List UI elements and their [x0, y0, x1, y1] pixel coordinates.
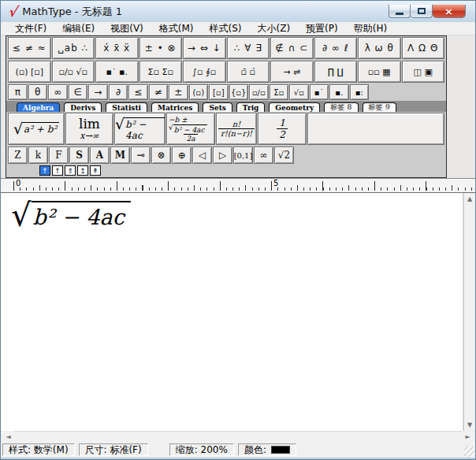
- horizontal-scrollbar[interactable]: ◄ ►: [1, 431, 475, 442]
- template-subsuperscript-button[interactable]: ▪:: [350, 84, 370, 100]
- greek-lowercase-palette[interactable]: λ ω θ: [358, 37, 401, 59]
- status-zoom-panel[interactable]: 缩放: 200%: [169, 443, 234, 456]
- symbol-fraktur-A-button[interactable]: A: [90, 147, 110, 164]
- status-size-panel[interactable]: 尺寸: 标准(F): [79, 443, 148, 456]
- color-swatch[interactable]: [271, 446, 290, 454]
- tab-matrices[interactable]: Matrices: [151, 102, 199, 112]
- symbol-theta-button[interactable]: θ: [28, 84, 48, 100]
- scroll-left-icon[interactable]: ◄: [2, 431, 14, 443]
- spaces-ellipses-palette[interactable]: ␣ab ∴: [52, 37, 95, 59]
- template-sqrt-a2-plus-b2-button[interactable]: √a² + b²: [8, 113, 65, 145]
- insert-arrow-button-2[interactable]: ↑: [52, 165, 63, 176]
- equation-canvas[interactable]: √b² − 4ac: [1, 193, 463, 431]
- tab-label-9[interactable]: 标签 9: [363, 102, 396, 112]
- subscript-superscript-templates-palette[interactable]: ▪˙ ▪.: [95, 61, 139, 83]
- template-summation-button[interactable]: Σ▫: [270, 84, 289, 100]
- scroll-up-icon[interactable]: ▲: [464, 193, 476, 205]
- template-fraction-button[interactable]: ▫∕▫: [249, 84, 269, 100]
- symbol-circled-plus-button[interactable]: ⊕: [172, 147, 192, 164]
- insert-arrow-button-5[interactable]: ↟: [90, 165, 101, 176]
- tab-trig[interactable]: Trig: [236, 102, 266, 112]
- template-limit-button[interactable]: limx→∞: [65, 113, 113, 145]
- ruler[interactable]: 0 5: [1, 178, 475, 193]
- vertical-scrollbar[interactable]: ▲ ▼: [463, 193, 475, 431]
- template-braces-button[interactable]: {▫}: [229, 84, 249, 100]
- menu-file[interactable]: 文件(F): [7, 22, 54, 35]
- template-one-half-button[interactable]: 1 2: [258, 113, 307, 145]
- box-templates-palette[interactable]: ◫ ▣: [402, 61, 445, 83]
- symbol-F-button[interactable]: F: [49, 147, 69, 164]
- tab-statistics[interactable]: Statisti: [106, 102, 147, 112]
- symbol-k-button[interactable]: k: [28, 147, 48, 164]
- symbol-fraktur-M-button[interactable]: M: [110, 147, 130, 164]
- template-parentheses-button[interactable]: (▫): [189, 84, 209, 100]
- status-color-panel[interactable]: 颜色:: [238, 443, 296, 456]
- set-theory-palette[interactable]: ∉ ∩ ⊂: [270, 37, 314, 59]
- integral-templates-palette[interactable]: ∫▫ ∮▫: [183, 61, 226, 83]
- summation-templates-palette[interactable]: Σ▫ Σ▫: [139, 61, 183, 83]
- symbol-infinity-button[interactable]: ∞: [254, 147, 273, 164]
- tab-label-8[interactable]: 标签 8: [324, 102, 358, 112]
- fence-templates-palette[interactable]: (▫) [▫]: [8, 61, 51, 83]
- template-quadratic-formula-button[interactable]: −b ±√b² − 4ac 2a: [166, 113, 215, 145]
- symbol-element-of-button[interactable]: ∈: [69, 84, 88, 100]
- equation-sqrt-b2-minus-4ac[interactable]: √b² − 4ac: [11, 201, 131, 229]
- menu-view[interactable]: 视图(V): [102, 22, 151, 35]
- menu-format[interactable]: 格式(M): [151, 22, 202, 35]
- logic-symbols-palette[interactable]: ∴ ∀ ∃: [227, 37, 270, 59]
- greek-uppercase-palette[interactable]: Λ Ω Θ: [402, 37, 445, 59]
- resize-grip[interactable]: [464, 447, 474, 457]
- symbol-neq-button[interactable]: ≠: [149, 84, 169, 100]
- template-superscript-button[interactable]: ▪˙: [310, 84, 329, 100]
- symbol-pi-button[interactable]: π: [8, 84, 28, 100]
- matrix-templates-palette[interactable]: ▫▫ ▦: [358, 61, 401, 83]
- symbol-infinity-button[interactable]: ∞: [48, 84, 68, 100]
- tab-sets[interactable]: Sets: [203, 102, 232, 112]
- menu-style[interactable]: 样式(S): [202, 22, 250, 35]
- tab-derivs[interactable]: Derivs: [64, 102, 102, 112]
- symbol-interval-button[interactable]: [0,1]: [233, 147, 253, 164]
- template-sqrt-b2-minus-4ac-button[interactable]: √b² − 4ac: [114, 113, 165, 145]
- symbol-circled-times-button[interactable]: ⊗: [151, 147, 171, 164]
- symbol-Z-button[interactable]: Z: [8, 147, 28, 164]
- tab-algebra[interactable]: Algebra: [17, 102, 60, 112]
- arrow-symbols-palette[interactable]: → ⇔ ↓: [183, 37, 226, 59]
- close-button[interactable]: ×: [433, 5, 466, 18]
- embellishments-palette[interactable]: x́ x̄ ẍ: [95, 37, 139, 59]
- tab-geometry[interactable]: Geometry: [269, 102, 320, 112]
- menu-preferences[interactable]: 预置(P): [298, 22, 346, 35]
- template-radical-button[interactable]: √▫: [289, 84, 309, 100]
- insert-arrow-button-selected[interactable]: ↑: [39, 165, 50, 176]
- template-empty-slot[interactable]: [307, 113, 444, 145]
- symbol-multimap-button[interactable]: ⊸: [131, 147, 151, 164]
- menu-size[interactable]: 大小(Z): [250, 22, 299, 35]
- menu-edit[interactable]: 编辑(E): [54, 22, 102, 35]
- product-templates-palette[interactable]: ∏ ∐: [314, 61, 358, 83]
- scroll-down-icon[interactable]: ▼: [464, 419, 476, 431]
- scroll-right-icon[interactable]: ►: [462, 431, 474, 443]
- operator-symbols-palette[interactable]: ± • ⊗: [139, 37, 183, 59]
- symbol-fraktur-S-button[interactable]: S: [69, 147, 89, 164]
- symbol-sqrt2-button[interactable]: √2: [274, 147, 294, 164]
- insert-arrow-button-4[interactable]: ↥: [77, 165, 88, 176]
- template-brackets-button[interactable]: [▫]: [209, 84, 229, 100]
- labeled-arrow-templates-palette[interactable]: → ⇌: [270, 61, 314, 83]
- insert-arrow-button-3[interactable]: ⇑: [65, 165, 76, 176]
- status-style-panel[interactable]: 样式: 数学(M): [2, 443, 75, 456]
- symbol-triangle-left-button[interactable]: ◁: [192, 147, 212, 164]
- template-binomial-coefficient-button[interactable]: n! r!(n−r)!: [216, 113, 257, 145]
- menu-help[interactable]: 帮助(H): [346, 22, 395, 35]
- misc-symbols-palette[interactable]: ∂ ∞ ℓ: [314, 37, 358, 59]
- symbol-triangle-right-button[interactable]: ▷: [213, 147, 232, 164]
- symbol-right-arrow-button[interactable]: →: [88, 84, 108, 100]
- minimize-button[interactable]: [389, 5, 411, 18]
- symbol-partial-button[interactable]: ∂: [109, 84, 128, 100]
- template-subscript-button[interactable]: ▪.: [329, 84, 349, 100]
- titlebar[interactable]: √ MathType - 无标题 1 ×: [1, 1, 475, 22]
- symbol-leq-button[interactable]: ≤: [128, 84, 148, 100]
- fraction-radical-templates-palette[interactable]: ▫∕▫ √▫: [52, 61, 95, 83]
- relational-symbols-palette[interactable]: ≤ ≠ ≈: [8, 37, 51, 59]
- symbol-plusminus-button[interactable]: ±: [169, 84, 188, 100]
- overbar-underbar-templates-palette[interactable]: ▫̄ ▫́: [227, 61, 270, 83]
- maximize-button[interactable]: [411, 5, 433, 18]
